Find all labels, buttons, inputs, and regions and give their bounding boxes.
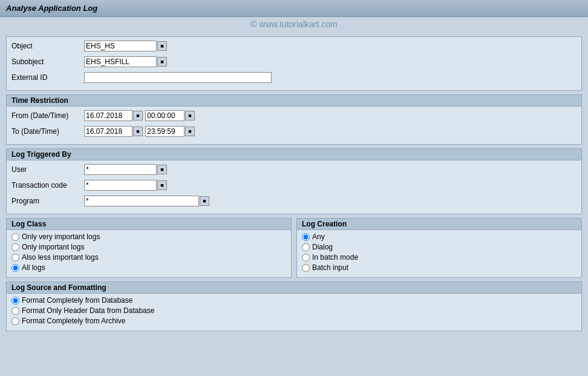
log-source-title: Log Source and Formatting	[7, 282, 581, 294]
lc4-row: All logs	[11, 263, 286, 272]
subobject-row: Subobject ■	[11, 55, 577, 68]
app-title: Analyse Application Log	[6, 4, 97, 13]
lgc4-radio[interactable]	[302, 264, 310, 272]
lgc3-label: In batch mode	[312, 253, 358, 262]
subobject-label: Subobject	[11, 58, 84, 66]
log-triggered-title: Log Triggered By	[7, 149, 581, 160]
to-date-group: ■ ■	[84, 126, 195, 137]
subobject-input[interactable]	[84, 56, 157, 67]
transaction-input[interactable]	[84, 180, 157, 191]
from-date-input[interactable]	[84, 110, 132, 121]
lc2-label: Only important logs	[22, 243, 84, 251]
transaction-label: Transaction code	[11, 181, 84, 190]
to-label: To (Date/Time)	[11, 127, 84, 136]
object-label: Object	[11, 42, 84, 50]
lgc3-row: In batch mode	[302, 253, 577, 262]
to-time-input[interactable]	[145, 126, 185, 137]
lgc1-radio[interactable]	[302, 233, 310, 241]
lgc1-row: Any	[302, 233, 577, 241]
from-time-input[interactable]	[145, 110, 185, 121]
to-date-btn[interactable]: ■	[133, 127, 143, 136]
user-row: User ■	[11, 163, 577, 176]
user-label: User	[11, 165, 84, 174]
lgc2-radio[interactable]	[302, 243, 310, 251]
external-id-row: External ID	[11, 71, 577, 84]
basic-fields-section: Object ■ Subobject ■ External ID	[6, 36, 582, 91]
from-row: From (Date/Time) ■ ■	[11, 109, 577, 122]
program-field-group: ■	[84, 196, 209, 206]
lc3-radio[interactable]	[11, 254, 19, 262]
lc4-radio[interactable]	[11, 264, 19, 272]
time-restriction-title: Time Restriction	[7, 95, 581, 107]
main-content: Object ■ Subobject ■ External ID Time Re…	[0, 33, 588, 341]
program-lookup-btn[interactable]: ■	[200, 196, 209, 206]
from-date-group: ■ ■	[84, 110, 195, 121]
ls1-radio[interactable]	[11, 297, 19, 305]
lgc4-row: Batch input	[302, 263, 577, 272]
user-lookup-btn[interactable]: ■	[157, 165, 167, 174]
subobject-lookup-btn[interactable]: ■	[157, 57, 167, 67]
watermark: © www.tutorialkart.com	[0, 17, 588, 33]
transaction-lookup-btn[interactable]: ■	[157, 180, 167, 190]
lgc2-label: Dialog	[312, 243, 333, 251]
title-bar: Analyse Application Log	[0, 0, 588, 17]
lc2-row: Only important logs	[11, 243, 286, 251]
transaction-field-group: ■	[84, 180, 167, 191]
ls3-radio[interactable]	[11, 317, 19, 325]
object-lookup-btn[interactable]: ■	[157, 41, 167, 51]
lgc2-row: Dialog	[302, 243, 577, 251]
ls2-radio[interactable]	[11, 307, 19, 315]
to-time-btn[interactable]: ■	[185, 127, 195, 136]
time-restriction-section: Time Restriction From (Date/Time) ■ ■ To…	[6, 94, 582, 145]
to-date-input[interactable]	[84, 126, 132, 137]
ls1-row: Format Completely from Database	[11, 296, 577, 305]
from-label: From (Date/Time)	[11, 111, 84, 120]
ls3-label: Format Completely from Archive	[22, 317, 125, 325]
ls2-row: Format Only Header Data from Database	[11, 306, 577, 315]
subobject-field-group: ■	[84, 56, 167, 67]
log-class-creation-container: Log Class Only very important logs Only …	[6, 218, 582, 278]
program-row: Program ■	[11, 194, 577, 208]
user-input[interactable]	[84, 164, 157, 175]
lc2-radio[interactable]	[11, 243, 19, 251]
ls1-label: Format Completely from Database	[22, 296, 132, 305]
lc3-row: Also less important logs	[11, 253, 286, 262]
log-class-title: Log Class	[7, 219, 291, 230]
lgc4-label: Batch input	[312, 263, 348, 272]
lgc3-radio[interactable]	[302, 254, 310, 262]
lc3-label: Also less important logs	[22, 253, 99, 262]
object-row: Object ■	[11, 39, 577, 53]
external-id-input[interactable]	[84, 72, 272, 83]
from-time-btn[interactable]: ■	[185, 111, 195, 120]
log-triggered-section: Log Triggered By User ■ Transaction code…	[6, 148, 582, 214]
lc4-label: All logs	[22, 263, 45, 272]
log-creation-section: Log Creation Any Dialog In batch mode Ba…	[296, 218, 582, 278]
external-id-label: External ID	[11, 73, 84, 82]
lc1-label: Only very important logs	[22, 233, 100, 241]
lgc1-label: Any	[312, 233, 325, 241]
to-row: To (Date/Time) ■ ■	[11, 125, 577, 138]
program-input[interactable]	[84, 196, 199, 206]
object-field-group: ■	[84, 41, 167, 51]
user-field-group: ■	[84, 164, 167, 175]
from-date-btn[interactable]: ■	[133, 111, 143, 120]
transaction-row: Transaction code ■	[11, 179, 577, 192]
object-input[interactable]	[84, 41, 157, 51]
log-class-section: Log Class Only very important logs Only …	[6, 218, 292, 278]
log-creation-title: Log Creation	[297, 219, 581, 230]
ls2-label: Format Only Header Data from Database	[22, 306, 154, 315]
lc1-row: Only very important logs	[11, 233, 286, 241]
log-source-section: Log Source and Formatting Format Complet…	[6, 282, 582, 331]
program-label: Program	[11, 197, 84, 205]
lc1-radio[interactable]	[11, 233, 19, 241]
ls3-row: Format Completely from Archive	[11, 317, 577, 325]
